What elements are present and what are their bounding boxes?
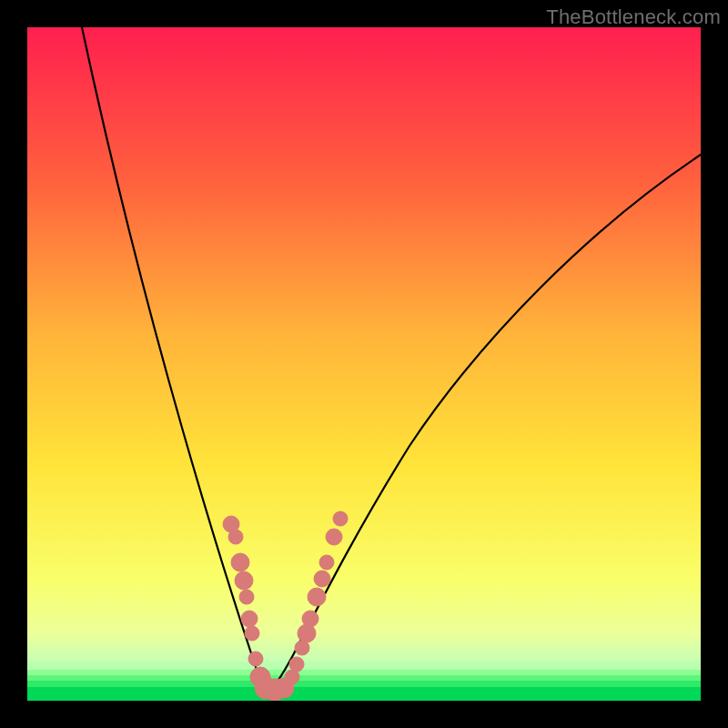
svg-point-11	[241, 611, 258, 627]
svg-point-26	[326, 529, 342, 545]
svg-point-13	[248, 652, 263, 666]
svg-point-12	[245, 626, 259, 641]
curve-right-branch	[267, 155, 701, 693]
svg-point-9	[235, 571, 253, 590]
svg-point-19	[289, 657, 304, 672]
plot-frame	[27, 27, 701, 701]
svg-point-27	[333, 511, 348, 526]
svg-point-22	[302, 611, 318, 627]
bottleneck-curve	[27, 27, 701, 701]
watermark-text: TheBottleneck.com	[546, 5, 721, 29]
svg-point-25	[319, 555, 334, 570]
svg-point-24	[314, 571, 330, 587]
markers-group	[223, 511, 348, 701]
svg-point-7	[228, 530, 243, 544]
svg-point-10	[239, 590, 254, 604]
curve-left-branch	[82, 27, 267, 693]
svg-point-23	[308, 588, 326, 606]
svg-point-8	[231, 553, 249, 571]
